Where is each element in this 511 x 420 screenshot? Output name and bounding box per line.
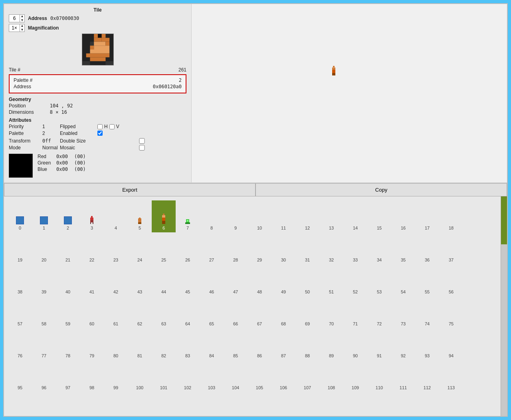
- tile-cell[interactable]: 109: [343, 360, 367, 392]
- h-checkbox[interactable]: [97, 124, 103, 129]
- tile-cell[interactable]: 9: [224, 200, 248, 232]
- tile-cell[interactable]: 38: [8, 264, 32, 296]
- tile-cell[interactable]: 41: [80, 264, 104, 296]
- v-checkbox[interactable]: [109, 124, 115, 129]
- tile-cell[interactable]: 117: [80, 392, 104, 416]
- tile-cell[interactable]: 48: [248, 264, 271, 296]
- tile-cell[interactable]: 113: [439, 360, 463, 392]
- mosaic-checkbox[interactable]: [97, 145, 186, 151]
- tile-cell[interactable]: 4: [104, 200, 128, 232]
- tile-cell[interactable]: 40: [56, 264, 80, 296]
- tile-cell[interactable]: 72: [367, 296, 391, 328]
- tile-cell[interactable]: 46: [200, 264, 224, 296]
- tile-cell[interactable]: 112: [415, 360, 439, 392]
- tile-cell[interactable]: 121: [176, 392, 200, 416]
- mag-spinner[interactable]: 1× ▲ ▼: [9, 24, 25, 32]
- tile-cell[interactable]: 68: [271, 296, 295, 328]
- tile-cell[interactable]: 89: [319, 328, 343, 360]
- tile-cell[interactable]: 28: [224, 232, 248, 264]
- tile-cell[interactable]: 59: [56, 296, 80, 328]
- tile-cell[interactable]: 15: [367, 200, 391, 232]
- tile-cell[interactable]: 108: [319, 360, 343, 392]
- tile-cell[interactable]: 74: [415, 296, 439, 328]
- tile-cell[interactable]: 80: [104, 328, 128, 360]
- tile-cell[interactable]: 85: [224, 328, 248, 360]
- tile-cell[interactable]: 13: [319, 200, 343, 232]
- tile-cell[interactable]: 104: [224, 360, 248, 392]
- tile-cell[interactable]: 34: [367, 232, 391, 264]
- tile-cell[interactable]: 7: [176, 200, 200, 232]
- mag-arrows[interactable]: ▲ ▼: [20, 24, 24, 32]
- tile-cell[interactable]: 125: [271, 392, 295, 416]
- tile-cell[interactable]: 97: [56, 360, 80, 392]
- tile-cell[interactable]: 115: [32, 392, 56, 416]
- tile-cell[interactable]: 31: [295, 232, 319, 264]
- tile-cell[interactable]: 25: [152, 232, 176, 264]
- tile-cell[interactable]: 106: [271, 360, 295, 392]
- scrollbar-thumb[interactable]: [501, 196, 507, 244]
- tile-cell[interactable]: 65: [200, 296, 224, 328]
- tile-cell[interactable]: 83: [176, 328, 200, 360]
- tile-cell[interactable]: 79: [80, 328, 104, 360]
- tile-cell[interactable]: 16: [391, 200, 415, 232]
- tile-cell[interactable]: 2: [56, 200, 80, 232]
- tile-cell[interactable]: 56: [439, 264, 463, 296]
- tile-cell[interactable]: 123: [224, 392, 248, 416]
- tile-cell[interactable]: 66: [224, 296, 248, 328]
- tile-cell[interactable]: 102: [176, 360, 200, 392]
- tile-cell[interactable]: 122: [200, 392, 224, 416]
- spinner-control[interactable]: 6 ▲ ▼: [9, 14, 25, 22]
- tile-cell[interactable]: 21: [56, 232, 80, 264]
- tile-cell[interactable]: 44: [152, 264, 176, 296]
- tile-cell[interactable]: 43: [128, 264, 152, 296]
- tile-cell[interactable]: 119: [128, 392, 152, 416]
- tile-cell[interactable]: 69: [295, 296, 319, 328]
- tile-cell[interactable]: 11: [271, 200, 295, 232]
- tile-cell[interactable]: 32: [319, 232, 343, 264]
- tile-cell[interactable]: 96: [32, 360, 56, 392]
- tile-cell[interactable]: 37: [439, 232, 463, 264]
- spinner-arrows[interactable]: ▲ ▼: [20, 14, 24, 22]
- tile-cell[interactable]: 5: [128, 200, 152, 232]
- tile-cell[interactable]: 20: [32, 232, 56, 264]
- tile-cell[interactable]: 86: [248, 328, 271, 360]
- tile-cell[interactable]: 0: [8, 200, 32, 232]
- tile-cell[interactable]: 75: [439, 296, 463, 328]
- tile-cell[interactable]: 18: [439, 200, 463, 232]
- tile-grid-container[interactable]: 012 34 5 6 78910111213141516171819202122…: [4, 196, 501, 416]
- tile-cell[interactable]: 71: [343, 296, 367, 328]
- tile-cell[interactable]: 64: [176, 296, 200, 328]
- tile-cell[interactable]: 82: [152, 328, 176, 360]
- tile-cell[interactable]: 26: [176, 232, 200, 264]
- tile-cell[interactable]: 81: [128, 328, 152, 360]
- double-size-checkbox[interactable]: [97, 138, 186, 144]
- tile-cell[interactable]: 100: [128, 360, 152, 392]
- tile-cell[interactable]: 19: [8, 232, 32, 264]
- tile-cell[interactable]: 54: [391, 264, 415, 296]
- tile-cell[interactable]: 36: [415, 232, 439, 264]
- tile-cell[interactable]: 6: [152, 200, 176, 232]
- tile-cell[interactable]: 50: [295, 264, 319, 296]
- tile-cell[interactable]: 30: [271, 232, 295, 264]
- tile-cell[interactable]: 47: [224, 264, 248, 296]
- tile-cell[interactable]: 52: [343, 264, 367, 296]
- tile-cell[interactable]: 110: [367, 360, 391, 392]
- spinner-down-arrow[interactable]: ▼: [20, 18, 24, 22]
- tile-cell[interactable]: 88: [295, 328, 319, 360]
- spinner-input-field[interactable]: 6: [9, 16, 20, 21]
- spinner-up-arrow[interactable]: ▲: [20, 14, 24, 18]
- tile-cell[interactable]: 49: [271, 264, 295, 296]
- tile-cell[interactable]: 10: [248, 200, 271, 232]
- tile-cell[interactable]: 22: [80, 232, 104, 264]
- tile-cell[interactable]: 17: [415, 200, 439, 232]
- tile-cell[interactable]: 24: [128, 232, 152, 264]
- tile-cell[interactable]: 114: [8, 392, 32, 416]
- tile-cell[interactable]: 118: [104, 392, 128, 416]
- tile-cell[interactable]: 73: [391, 296, 415, 328]
- tile-cell[interactable]: 92: [391, 328, 415, 360]
- tile-cell[interactable]: 93: [415, 328, 439, 360]
- tile-cell[interactable]: 101: [152, 360, 176, 392]
- tile-cell[interactable]: 120: [152, 392, 176, 416]
- tile-cell[interactable]: 105: [248, 360, 271, 392]
- tile-cell[interactable]: 111: [391, 360, 415, 392]
